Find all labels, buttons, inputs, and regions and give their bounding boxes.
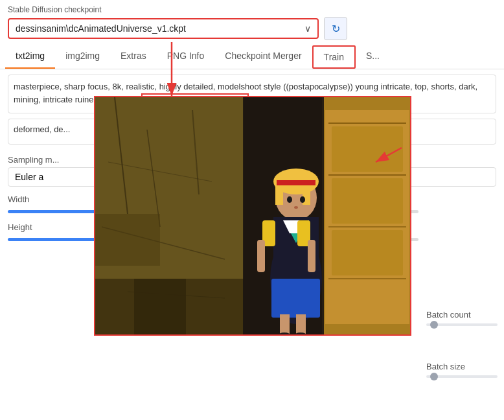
negative-prompt-text: deformed, de... (14, 124, 70, 134)
checkpoint-row: dessinsanim\dcAnimatedUniverse_v1.ckpt ∨… (8, 17, 496, 40)
refresh-button[interactable]: ↻ (324, 17, 347, 40)
refresh-icon: ↻ (332, 23, 340, 35)
tab-png-info[interactable]: PNG Info (157, 45, 215, 69)
svg-rect-9 (95, 214, 160, 266)
batch-size-slider-row[interactable] (426, 375, 498, 378)
header: Stable Diffusion checkpoint dessinsanim\… (0, 0, 504, 43)
svg-rect-19 (332, 178, 403, 224)
checkpoint-value: dessinsanim\dcAnimatedUniverse_v1.ckpt (16, 23, 299, 34)
svg-rect-11 (95, 279, 244, 336)
svg-rect-36 (271, 279, 320, 318)
generated-image-area (94, 96, 411, 336)
tab-extras[interactable]: Extras (110, 45, 157, 69)
tab-txt2img[interactable]: txt2img (5, 45, 55, 69)
tab-img2img[interactable]: img2img (55, 45, 110, 69)
batch-count-slider-row[interactable] (426, 323, 498, 326)
svg-point-29 (300, 196, 305, 203)
svg-rect-25 (277, 180, 315, 185)
checkpoint-dropdown[interactable]: dessinsanim\dcAnimatedUniverse_v1.ckpt ∨ (8, 18, 319, 39)
svg-rect-26 (275, 185, 283, 205)
batch-size-track[interactable] (426, 375, 498, 378)
batch-size-thumb[interactable] (430, 373, 438, 380)
svg-rect-20 (332, 230, 403, 275)
svg-point-28 (287, 196, 292, 203)
batch-count-section: Batch count (426, 310, 498, 326)
svg-point-30 (294, 206, 298, 209)
chevron-down-icon: ∨ (304, 23, 311, 34)
tab-train[interactable]: Train (312, 45, 356, 69)
batch-count-thumb[interactable] (430, 321, 438, 329)
batch-size-section: Batch size (426, 362, 498, 378)
svg-rect-42 (308, 240, 315, 272)
checkpoint-label: Stable Diffusion checkpoint (8, 5, 496, 14)
tabs-bar: txt2img img2img Extras PNG Info Checkpoi… (0, 45, 504, 69)
batch-count-label: Batch count (426, 310, 498, 320)
tab-checkpoint-merger[interactable]: Checkpoint Merger (214, 45, 312, 69)
tab-settings[interactable]: S... (356, 45, 390, 69)
svg-rect-41 (257, 240, 265, 272)
batch-size-label: Batch size (426, 362, 498, 371)
svg-rect-18 (332, 126, 403, 172)
generated-image-svg (95, 97, 411, 336)
batch-count-track[interactable] (426, 323, 498, 326)
